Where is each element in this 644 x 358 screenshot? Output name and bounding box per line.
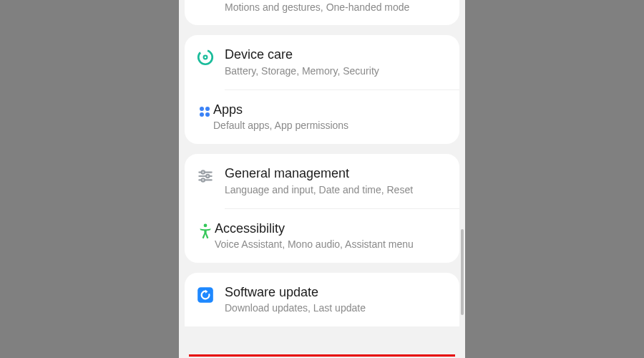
row-subtitle: Default apps, App permissions (213, 119, 448, 132)
row-subtitle: Voice Assistant, Mono audio, Assistant m… (215, 238, 448, 251)
settings-row-apps[interactable]: Apps Default apps, App permissions (225, 90, 459, 144)
settings-card: General management Language and input, D… (185, 154, 459, 263)
settings-row-device-care[interactable]: Device care Battery, Storage, Memory, Se… (185, 35, 459, 89)
row-subtitle: Download updates, Last update (225, 301, 448, 315)
row-subtitle: Battery, Storage, Memory, Security (225, 64, 448, 78)
svg-point-7 (205, 112, 210, 117)
row-title: Software update (225, 284, 448, 301)
settings-card: Device care Battery, Storage, Memory, Se… (185, 35, 459, 144)
settings-row-general-management[interactable]: General management Language and input, D… (185, 154, 459, 208)
settings-card: Advanced features Motions and gestures, … (185, 0, 459, 25)
accessibility-icon (185, 221, 215, 241)
svg-point-6 (200, 112, 204, 117)
device-care-icon (196, 47, 225, 67)
row-subtitle: Motions and gestures, One-handed mode (225, 1, 448, 14)
row-title: Accessibility (215, 221, 448, 237)
row-title: Device care (225, 47, 448, 63)
row-subtitle: Language and input, Date and time, Reset (225, 183, 448, 197)
row-title: Apps (213, 102, 448, 118)
settings-card: Software update Download updates, Last u… (185, 273, 459, 326)
settings-row-advanced-features[interactable]: Advanced features Motions and gestures, … (185, 0, 459, 25)
svg-point-5 (205, 107, 210, 111)
scrollbar-thumb[interactable] (461, 229, 464, 315)
advanced-features-icon (196, 0, 225, 3)
settings-row-accessibility[interactable]: Accessibility Voice Assistant, Mono audi… (225, 208, 459, 263)
row-title: General management (225, 165, 448, 182)
svg-point-11 (202, 171, 205, 174)
svg-point-13 (202, 178, 205, 181)
settings-screen: Advanced features Motions and gestures, … (179, 0, 465, 358)
general-management-icon (196, 165, 225, 185)
highlight-underline (189, 354, 455, 357)
svg-point-12 (206, 175, 209, 178)
software-update-icon (196, 284, 225, 304)
svg-point-14 (204, 223, 208, 227)
svg-point-3 (205, 57, 207, 59)
settings-row-software-update[interactable]: Software update Download updates, Last u… (185, 273, 459, 326)
svg-rect-15 (197, 287, 213, 303)
svg-point-4 (200, 107, 204, 111)
apps-icon (185, 102, 213, 120)
